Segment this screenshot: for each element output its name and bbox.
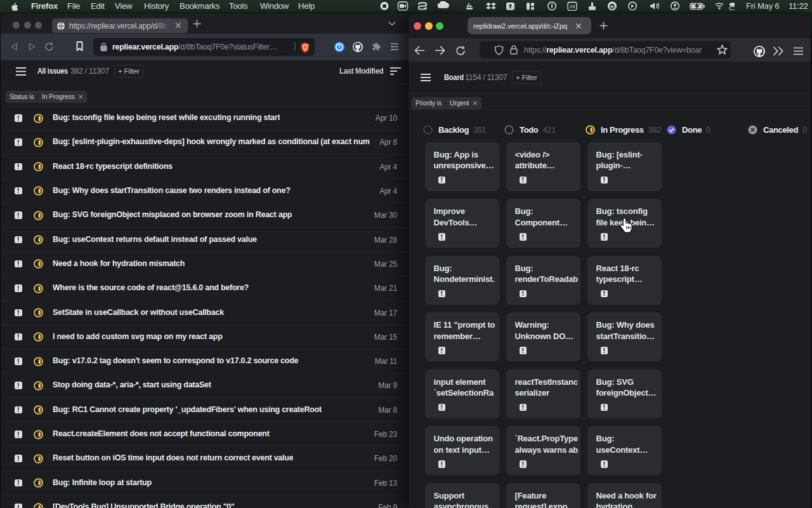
svg-text:29: 29 bbox=[570, 4, 575, 10]
